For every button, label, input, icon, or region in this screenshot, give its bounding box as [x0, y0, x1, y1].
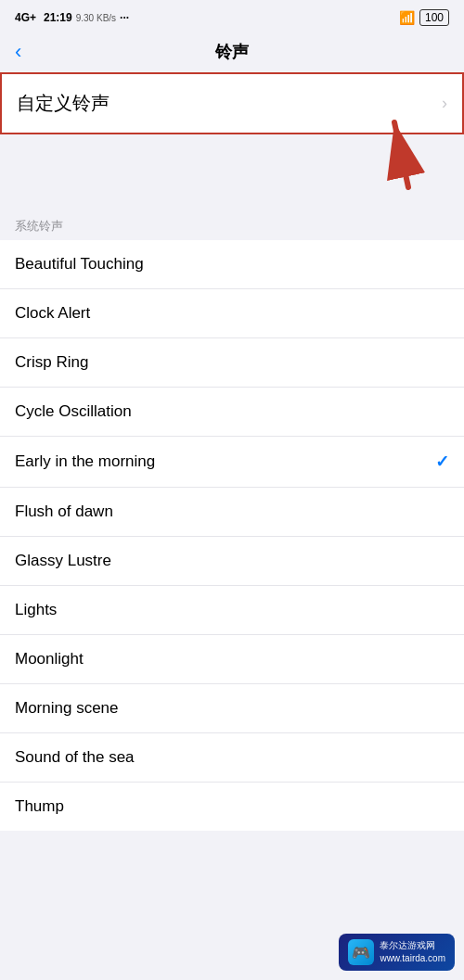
ringtone-item[interactable]: Sound of the sea	[0, 733, 464, 783]
arrow-annotation	[0, 132, 464, 206]
watermark: 🎮 泰尔达游戏网 www.tairda.com	[339, 934, 455, 971]
ringtone-item[interactable]: Cycle Oscillation	[0, 388, 464, 437]
battery-label: 100	[419, 9, 449, 26]
system-ringtone-header: 系统铃声	[0, 210, 464, 240]
ringtone-name: Sound of the sea	[15, 748, 135, 767]
ringtone-name: Cycle Oscillation	[15, 402, 132, 421]
ringtone-item[interactable]: Thump	[0, 783, 464, 831]
status-right: 📶 100	[399, 9, 449, 26]
ringtone-name: Flush of dawn	[15, 503, 113, 521]
ringtone-item[interactable]: Moonlight	[0, 635, 464, 684]
network-label: 4G+	[15, 11, 36, 24]
ringtone-item[interactable]: Lights	[0, 586, 464, 635]
ringtone-item[interactable]: Beautiful Touching	[0, 240, 464, 289]
time-label: 21:19	[44, 11, 72, 24]
speed-label: 9.30 KB/s	[76, 13, 116, 23]
ringtone-name: Beautiful Touching	[15, 255, 144, 274]
svg-line-1	[394, 122, 408, 187]
watermark-text: 泰尔达游戏网 www.tairda.com	[380, 939, 445, 965]
ringtone-item[interactable]: Clock Alert	[0, 289, 464, 338]
ringtone-name: Glassy Lustre	[15, 552, 111, 570]
status-bar: 4G+ 21:19 9.30 KB/s ··· 📶 100	[0, 0, 464, 33]
wifi-icon: 📶	[399, 10, 415, 25]
ringtone-item[interactable]: Morning scene	[0, 684, 464, 733]
ringtone-item[interactable]: Crisp Ring	[0, 338, 464, 388]
back-button[interactable]: ‹	[15, 40, 21, 64]
ringtone-name: Clock Alert	[15, 304, 90, 323]
ringtone-name: Early in the morning	[15, 452, 155, 471]
chevron-right-icon: ›	[442, 94, 447, 113]
ringtone-name: Crisp Ring	[15, 353, 88, 372]
red-arrow-icon	[353, 108, 436, 192]
ringtone-list: Beautiful TouchingClock AlertCrisp RingC…	[0, 240, 464, 831]
watermark-icon: 🎮	[348, 939, 374, 965]
page-title: 铃声	[215, 41, 249, 63]
ringtone-item[interactable]: Flush of dawn	[0, 488, 464, 537]
dots-label: ···	[120, 11, 129, 24]
ringtone-name: Moonlight	[15, 650, 84, 668]
custom-ringtone-label: 自定义铃声	[17, 91, 110, 116]
ringtone-name: Lights	[15, 601, 57, 619]
nav-bar: ‹ 铃声	[0, 33, 464, 72]
ringtone-item[interactable]: Glassy Lustre	[0, 537, 464, 586]
ringtone-name: Thump	[15, 797, 64, 816]
checkmark-icon: ✓	[435, 452, 449, 472]
ringtone-item[interactable]: Early in the morning✓	[0, 437, 464, 488]
ringtone-name: Morning scene	[15, 699, 119, 718]
status-left: 4G+ 21:19 9.30 KB/s ···	[15, 11, 129, 24]
